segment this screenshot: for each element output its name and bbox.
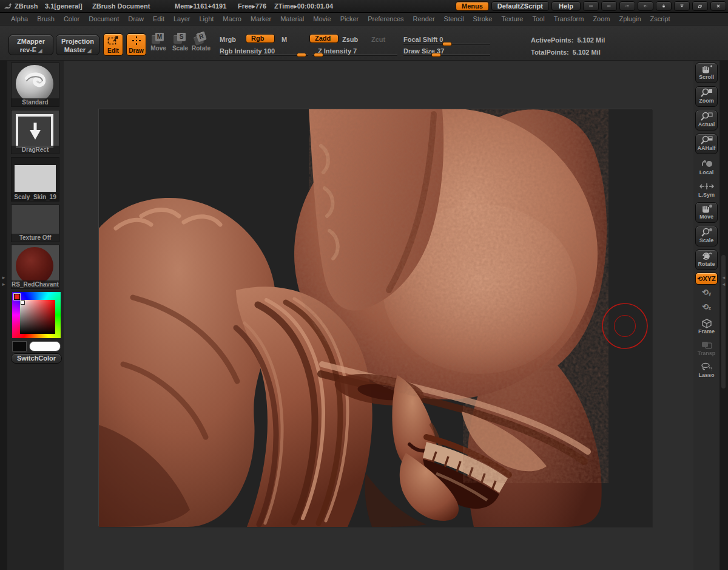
material-sphere-preview — [16, 247, 53, 285]
left-tray-divider[interactable]: ▸▸ — [0, 61, 7, 570]
rgb-toggle[interactable]: Rgb — [246, 34, 275, 43]
material-thumbnail[interactable]: RS_RedChavant — [11, 245, 59, 289]
tile-left-icon[interactable] — [619, 1, 635, 11]
frame-button[interactable]: Frame — [695, 317, 718, 337]
zcut-toggle[interactable]: Zcut — [371, 36, 385, 43]
alpha-thumbnail[interactable]: Scaly_Skin_19 — [11, 157, 59, 202]
menu-document[interactable]: Document — [89, 15, 119, 22]
local-button[interactable]: Local — [695, 158, 718, 178]
menu-movie[interactable]: Movie — [313, 15, 331, 22]
z-intensity-handle[interactable] — [314, 53, 323, 57]
menu-edit[interactable]: Edit — [153, 15, 164, 22]
menu-stroke[interactable]: Stroke — [473, 15, 493, 22]
zadd-label: Zadd — [315, 35, 331, 42]
rotate-axis-button[interactable]: Rotate — [695, 249, 718, 270]
rotate-z-button[interactable]: ⟲z — [695, 302, 718, 316]
focal-shift-slider[interactable] — [403, 44, 490, 45]
scroll-left-icon[interactable] — [583, 1, 599, 11]
menu-zscript[interactable]: Zscript — [650, 15, 670, 22]
menu-zoom[interactable]: Zoom — [593, 15, 610, 22]
menu-material[interactable]: Material — [280, 15, 304, 22]
zoom-button[interactable]: Zoom — [695, 86, 718, 107]
zmapper-button[interactable]: ZMapper rev-E ◢ — [8, 35, 53, 55]
current-brush-thumbnail[interactable]: Standard — [11, 63, 59, 107]
divider-chevron-left-icon[interactable]: ◂◂ — [720, 274, 728, 288]
menu-brush[interactable]: Brush — [37, 15, 55, 22]
switch-color-button[interactable]: SwitchColor — [11, 353, 62, 364]
tile-right-icon[interactable] — [638, 1, 653, 11]
menu-marker[interactable]: Marker — [251, 15, 271, 22]
menu-zplugin[interactable]: Zplugin — [619, 15, 641, 22]
draw-size-slider[interactable] — [403, 55, 490, 56]
move-mode-button[interactable]: M Move — [149, 33, 167, 57]
scale-axis-button[interactable]: Scale — [695, 226, 718, 246]
mrgb-toggle[interactable]: Mrgb — [220, 36, 236, 43]
menu-color[interactable]: Color — [64, 15, 79, 22]
close-icon[interactable] — [710, 1, 726, 11]
zbrush-document-canvas[interactable] — [99, 109, 652, 527]
aahalf-button[interactable]: AAHalf — [695, 134, 718, 154]
lasso-icon — [695, 361, 718, 372]
stroke-type-thumbnail[interactable]: DragRect — [11, 110, 59, 154]
draw-label: Draw — [129, 47, 143, 54]
right-tray-divider[interactable]: ◂◂ — [720, 61, 728, 570]
restore-icon[interactable] — [692, 1, 708, 11]
edit-mode-button[interactable]: Edit — [103, 33, 123, 56]
lock-icon[interactable] — [656, 1, 672, 11]
projection-label: Projection — [56, 37, 99, 46]
right-shelf: Scroll Zoom Actual AAHalf Local L.Sym — [693, 61, 720, 570]
hand-rotate-icon — [696, 250, 717, 261]
lasso-button[interactable]: Lasso — [695, 361, 718, 381]
active-points-readout: ActivePoints: 5.102 Mil — [531, 36, 605, 44]
scroll-right-icon[interactable] — [601, 1, 617, 11]
transp-button[interactable]: Transp — [695, 339, 718, 359]
canvas-surround — [64, 61, 693, 570]
draw-size-handle[interactable] — [431, 53, 441, 57]
saturation-value-square[interactable] — [20, 300, 55, 334]
menu-render[interactable]: Render — [413, 15, 435, 22]
menu-layer[interactable]: Layer — [174, 15, 190, 22]
focal-shift-handle[interactable] — [442, 42, 452, 46]
rotate-y-button[interactable]: ⟲y — [695, 288, 718, 301]
menu-alpha[interactable]: Alpha — [11, 15, 28, 22]
zmapper-rev-label: rev-E — [20, 46, 37, 53]
draw-mode-button[interactable]: Draw — [126, 33, 146, 56]
focal-shift-slider-label: Focal Shift 0 — [403, 36, 443, 43]
zadd-toggle[interactable]: Zadd — [309, 34, 339, 43]
menu-preferences[interactable]: Preferences — [368, 15, 403, 22]
divider-chevron-right-icon[interactable]: ▸▸ — [0, 274, 7, 288]
lsym-button[interactable]: L.Sym — [695, 181, 718, 199]
active-points-value: 5.102 Mil — [577, 36, 605, 44]
rgb-intensity-slider[interactable] — [220, 55, 308, 56]
zsub-toggle[interactable]: Zsub — [342, 36, 358, 43]
secondary-color-swatch[interactable] — [12, 341, 27, 351]
cube-frame-icon — [695, 317, 718, 328]
menu-stencil[interactable]: Stencil — [444, 15, 464, 22]
move-axis-button[interactable]: Move — [695, 202, 718, 223]
menu-draw[interactable]: Draw — [128, 15, 144, 22]
down-arrow-icon — [27, 119, 43, 143]
texture-thumbnail[interactable]: Texture Off — [11, 205, 59, 242]
menu-texture[interactable]: Texture — [501, 15, 523, 22]
menu-macro[interactable]: Macro — [223, 15, 241, 22]
menus-button[interactable]: Menus — [456, 1, 489, 11]
scale-mode-button[interactable]: S Scale — [171, 33, 189, 57]
menu-transform[interactable]: Transform — [554, 15, 584, 22]
default-zscript-button[interactable]: DefaultZScript — [491, 1, 549, 11]
actual-button[interactable]: Actual — [695, 110, 718, 131]
rgb-intensity-handle[interactable] — [297, 53, 306, 57]
menu-tool[interactable]: Tool — [532, 15, 544, 22]
minimize-icon[interactable] — [674, 1, 690, 11]
color-picker[interactable] — [12, 292, 61, 338]
primary-color-bar[interactable] — [29, 341, 61, 351]
menu-light[interactable]: Light — [200, 15, 214, 22]
help-button[interactable]: Help — [551, 1, 581, 11]
m-toggle[interactable]: M — [281, 36, 287, 43]
rotate-y-icon: ⟲y — [702, 288, 711, 297]
z-intensity-slider[interactable] — [312, 55, 397, 56]
menu-picker[interactable]: Picker — [340, 15, 359, 22]
projection-master-button[interactable]: Projection Master ◢ — [56, 35, 99, 55]
xyz-rotation-button[interactable]: ⟲XYZ — [695, 273, 718, 285]
scroll-button[interactable]: Scroll — [695, 63, 718, 83]
rotate-mode-button[interactable]: R Rotate — [192, 33, 210, 57]
